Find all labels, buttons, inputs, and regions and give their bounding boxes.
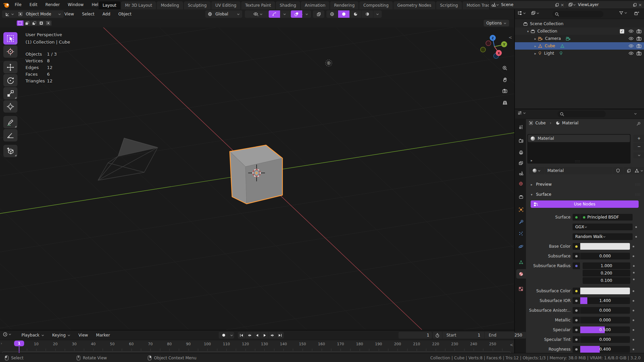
property-field[interactable]: 1.0000.2000.100 [573,262,630,285]
field-metallic[interactable]: 0.000 [580,317,630,323]
property-field[interactable]: 0.500 [573,326,630,333]
field-specular-tint[interactable]: 0.000 [580,336,630,343]
collection-checkbox[interactable]: ✓ [620,29,624,34]
workspace-tab-mr-3d-layout[interactable]: Mr 3D Layout [121,1,156,9]
viewlayer-selector[interactable]: ViewLayer × [567,1,644,8]
overlays-toggle[interactable] [291,10,302,18]
scene-name[interactable]: Scene [499,2,555,7]
breadcrumb-object[interactable]: Cube [535,121,546,125]
property-field[interactable]: Principled BSDF [573,214,633,221]
workspace-tab-layout[interactable]: Layout [99,1,120,9]
outliner-row-light[interactable]: ▸Light [515,50,644,57]
properties-tab-view-layer[interactable] [516,159,526,168]
tool-cursor[interactable] [3,45,17,58]
property-field[interactable]: 0.000 [573,253,630,259]
navigation-gizmo[interactable]: Z Y X [478,32,510,62]
expand-icon[interactable]: ▸ [533,52,538,55]
tool-transform[interactable] [3,100,17,113]
menu-window[interactable]: Window [64,0,88,9]
timeline-menu-keying[interactable]: Keying [48,330,74,340]
blender-logo-icon[interactable] [3,1,10,8]
auto-keying-toggle[interactable] [219,332,229,339]
breadcrumb-data[interactable]: Material [562,121,579,125]
properties-tab-output[interactable] [516,148,526,157]
overlays-dropdown[interactable] [303,10,311,18]
timeline-ruler[interactable]: › 10203040506070809010011012013014015016… [0,340,514,354]
select-mode-extend[interactable] [24,20,31,26]
field-base-color[interactable] [580,243,630,250]
channel-expand-arrow[interactable]: › [1,341,2,346]
outliner-row-scene-collection[interactable]: Scene Collection [515,20,644,27]
axis-minus-x-ball[interactable] [486,41,491,46]
frame-end-field[interactable]: End250 [485,332,526,339]
menu-edit[interactable]: Edit [25,0,41,9]
tool-annotate[interactable] [3,116,17,128]
slot-list-expand-icon[interactable]: ▸ [529,159,534,162]
animate-dot[interactable] [635,226,637,228]
properties-editor-icon[interactable] [517,111,522,115]
animate-dot[interactable] [633,329,634,331]
close-viewlayer-icon[interactable]: × [637,2,643,7]
animate-dot[interactable] [635,236,637,238]
tool-move[interactable] [3,61,17,73]
animate-dot[interactable] [633,265,635,267]
pin-icon[interactable] [636,121,641,126]
socket-button[interactable] [573,326,580,333]
properties-tab-physics[interactable] [516,242,526,251]
socket-button[interactable] [573,336,580,343]
scene-selector[interactable]: Scene × [490,1,567,8]
animate-dot[interactable] [633,339,634,341]
dropdown-ggx[interactable]: GGX [573,224,633,230]
vector-field[interactable]: 1.000 [583,262,630,269]
disable-render-icon[interactable] [636,29,642,34]
object-name[interactable]: Scene Collection [530,21,564,26]
add-slot-button[interactable]: + [633,135,644,142]
viewport-menu-select[interactable]: Select [78,9,98,19]
zoom-button[interactable] [500,64,509,72]
property-field[interactable]: GGX [573,224,633,230]
socket-button[interactable] [573,317,580,323]
playback-key-next-button[interactable] [269,332,276,339]
viewport-menu-object[interactable]: Object [114,9,136,19]
new-collection-icon[interactable] [634,11,639,16]
tool-scale[interactable] [3,87,17,100]
socket-button[interactable] [573,262,580,269]
animate-dot[interactable] [633,290,634,292]
disable-render-icon[interactable] [636,36,642,41]
transform-orientation[interactable]: Global [205,10,242,18]
hide-eye-icon[interactable] [628,51,634,55]
properties-tab-particles[interactable] [516,229,526,238]
property-field[interactable]: 0.000 [573,307,630,314]
animate-dot[interactable] [633,319,634,321]
socket-button[interactable] [573,253,580,259]
socket-button[interactable] [573,346,580,353]
fake-user-button[interactable] [613,167,623,174]
shading-rendered-button[interactable] [362,10,373,18]
new-viewlayer-icon[interactable] [633,3,637,7]
animate-dot[interactable] [633,272,635,274]
disable-render-icon[interactable] [636,51,642,56]
animate-dot[interactable] [633,300,634,302]
field-subsurface[interactable]: 0.000 [580,253,630,259]
axis-minus-y-ball[interactable] [481,47,486,52]
field-subsurface-ior[interactable]: 1.400 [580,297,630,304]
playback-jump-end-button[interactable] [276,332,284,339]
properties-tab-render[interactable] [516,136,526,145]
material-name-field[interactable]: Material [545,167,612,174]
filter-icon[interactable] [619,11,624,15]
properties-search[interactable] [557,111,606,117]
field-subsurface-color[interactable] [580,288,630,294]
workspace-tab-shading[interactable]: Shading [276,1,300,9]
socket-button[interactable] [573,214,580,221]
slot-specials-button[interactable] [633,152,644,158]
keying-dropdown[interactable] [229,332,234,339]
property-field[interactable] [573,288,630,294]
chevron-down-icon[interactable] [634,112,637,115]
property-field[interactable]: 0.400 [573,346,630,353]
animate-dot[interactable] [633,255,634,257]
remove-slot-button[interactable]: − [633,143,644,150]
tool-rotate[interactable] [3,74,17,86]
expand-icon[interactable]: ▸ [533,37,538,41]
outliner-display-mode-icon[interactable] [517,11,522,15]
viewport-menu-view[interactable]: View [60,9,78,19]
